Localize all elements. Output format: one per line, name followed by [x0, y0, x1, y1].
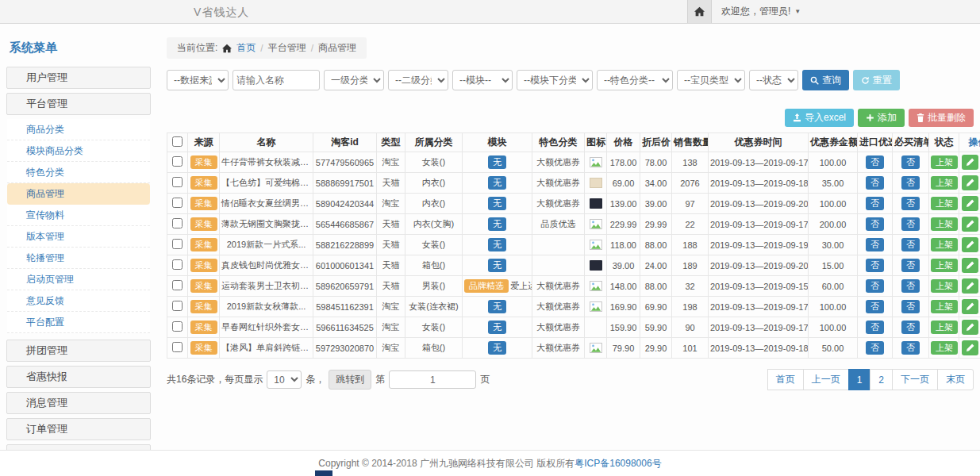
page-button[interactable]: 首页	[767, 369, 804, 390]
sidebar-item[interactable]: 平台管理	[6, 93, 151, 115]
sidebar-item[interactable]: 版本管理	[7, 226, 150, 248]
row-checkbox[interactable]	[172, 321, 183, 332]
row-checkbox[interactable]	[172, 218, 183, 228]
import-excel-button[interactable]: 导入excel	[785, 109, 854, 127]
import-preferred-badge[interactable]: 否	[866, 300, 884, 313]
page-button[interactable]: 2	[870, 369, 893, 390]
reset-button[interactable]: 重置	[853, 70, 900, 90]
home-button[interactable]	[687, 0, 712, 23]
sidebar-item[interactable]: 拼团管理	[6, 340, 151, 362]
sales-count: 2076	[672, 173, 709, 194]
status-badge[interactable]: 上架	[931, 259, 958, 271]
status-badge[interactable]: 上架	[931, 279, 958, 292]
page-button[interactable]: 1	[848, 369, 871, 390]
must-buy-badge[interactable]: 否	[901, 279, 920, 292]
select-all-checkbox[interactable]	[172, 136, 183, 147]
row-checkbox[interactable]	[172, 259, 183, 270]
edit-button[interactable]	[962, 278, 978, 294]
sidebar-item[interactable]: 消息管理	[6, 392, 151, 414]
sidebar-item[interactable]: 兑换管理	[6, 444, 151, 450]
sidebar-item[interactable]: 特色分类	[7, 162, 150, 183]
row-checkbox[interactable]	[172, 239, 183, 249]
edit-button[interactable]	[962, 258, 978, 273]
status-badge[interactable]: 上架	[931, 238, 958, 251]
user-menu-caret[interactable]: ▼	[794, 8, 801, 15]
icp-link[interactable]: 粤ICP备16098006号	[575, 457, 661, 470]
sidebar-item[interactable]: 启动页管理	[7, 269, 150, 290]
row-checkbox[interactable]	[172, 342, 183, 352]
import-preferred-cell: 否	[858, 214, 893, 235]
sidebar-item[interactable]: 意见反馈	[7, 290, 150, 312]
edit-button[interactable]	[962, 340, 978, 355]
edit-button[interactable]	[962, 299, 978, 314]
filter-select[interactable]: --状态--	[749, 70, 798, 90]
status-badge[interactable]: 上架	[931, 197, 958, 209]
filter-select[interactable]: --特色分类--	[597, 70, 673, 90]
row-checkbox[interactable]	[172, 280, 183, 290]
row-checkbox[interactable]	[172, 156, 183, 167]
import-preferred-badge[interactable]: 否	[866, 176, 884, 189]
must-buy-badge[interactable]: 否	[901, 321, 920, 333]
import-preferred-badge[interactable]: 否	[866, 217, 884, 230]
must-buy-badge[interactable]: 否	[901, 217, 920, 230]
sidebar-item[interactable]: 宣传物料	[7, 205, 150, 226]
status-badge[interactable]: 上架	[931, 341, 958, 354]
sidebar-item[interactable]: 省惠快报	[6, 366, 151, 388]
sidebar-item-label: 特色分类	[26, 167, 64, 178]
must-buy-badge[interactable]: 否	[901, 197, 920, 209]
batch-delete-button[interactable]: 批量删除	[909, 109, 974, 127]
edit-button[interactable]	[962, 217, 978, 232]
must-buy-badge[interactable]: 否	[901, 300, 920, 313]
edit-button[interactable]	[962, 175, 978, 190]
import-preferred-badge[interactable]: 否	[866, 238, 884, 251]
import-preferred-badge[interactable]: 否	[866, 279, 884, 292]
status-badge[interactable]: 上架	[931, 155, 958, 168]
edit-button[interactable]	[962, 155, 978, 170]
product-type: 淘宝	[377, 338, 405, 359]
coupon-amount: 35.00	[809, 173, 858, 194]
must-buy-badge[interactable]: 否	[901, 176, 920, 189]
status-badge[interactable]: 上架	[931, 176, 958, 189]
filter-select[interactable]: --模块下分类--	[517, 70, 593, 90]
jump-button[interactable]: 跳转到	[329, 370, 371, 390]
import-preferred-badge[interactable]: 否	[866, 155, 884, 168]
row-checkbox[interactable]	[172, 198, 183, 208]
filter-select[interactable]: --宝贝类型--	[677, 70, 745, 90]
must-buy-badge[interactable]: 否	[901, 341, 920, 354]
edit-button[interactable]	[962, 237, 978, 252]
page-button[interactable]: 上一页	[803, 369, 849, 390]
status-badge[interactable]: 上架	[931, 321, 958, 333]
sidebar-item[interactable]: 用户管理	[6, 67, 151, 89]
import-preferred-badge[interactable]: 否	[866, 321, 884, 333]
sidebar-item[interactable]: 商品管理	[7, 183, 150, 205]
import-preferred-badge[interactable]: 否	[866, 197, 884, 209]
page-number-input[interactable]	[389, 370, 476, 389]
add-button[interactable]: 添加	[858, 109, 905, 127]
import-preferred-badge[interactable]: 否	[866, 341, 884, 354]
data-source-select[interactable]: --数据来源--	[167, 70, 229, 90]
sidebar-item[interactable]: 轮播管理	[7, 248, 150, 269]
filter-select[interactable]: --模块--	[452, 70, 513, 90]
page-button[interactable]: 末页	[937, 369, 974, 390]
page-button[interactable]: 下一页	[892, 369, 938, 390]
must-buy-badge[interactable]: 否	[901, 155, 920, 168]
edit-button[interactable]	[962, 320, 978, 335]
sidebar-item[interactable]: 商品分类	[7, 119, 150, 140]
must-buy-badge[interactable]: 否	[901, 259, 920, 271]
edit-button[interactable]	[962, 196, 978, 211]
status-badge[interactable]: 上架	[931, 300, 958, 313]
row-checkbox[interactable]	[172, 301, 183, 311]
import-preferred-badge[interactable]: 否	[866, 259, 884, 271]
per-page-select[interactable]: 10	[267, 370, 302, 389]
sidebar-item[interactable]: 模块商品分类	[7, 140, 150, 162]
must-buy-badge[interactable]: 否	[901, 238, 920, 251]
sidebar-item[interactable]: 平台配置	[7, 312, 150, 333]
row-checkbox[interactable]	[172, 177, 183, 187]
filter-select[interactable]: 一级分类	[324, 70, 384, 90]
status-badge[interactable]: 上架	[931, 217, 958, 230]
filter-select[interactable]: --二级分类--	[388, 70, 448, 90]
name-search-input[interactable]	[233, 70, 320, 90]
sidebar-item[interactable]: 订单管理	[6, 418, 151, 440]
search-button[interactable]: 查询	[802, 70, 849, 90]
breadcrumb-home-link[interactable]: 首页	[236, 41, 256, 55]
